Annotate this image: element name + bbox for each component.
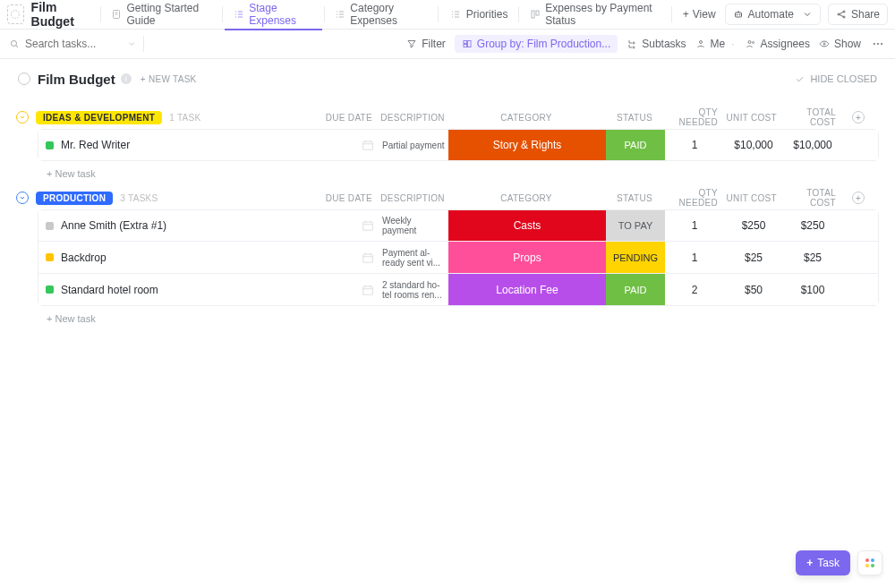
add-column-button[interactable]: + xyxy=(852,192,865,204)
svg-point-21 xyxy=(877,43,879,45)
new-task-row[interactable]: + New task xyxy=(16,161,879,179)
task-row[interactable]: Anne Smith (Extra #1)Weekly paymentCasts… xyxy=(38,209,879,242)
status-cell[interactable]: PENDING xyxy=(606,242,665,273)
toolbar: Filter Group by: Film Production... Subt… xyxy=(0,30,895,59)
col-qtyNeeded[interactable]: QTY NEEDED xyxy=(664,188,723,208)
task-cell[interactable]: Mr. Red Writer xyxy=(38,139,325,151)
calendar-icon[interactable] xyxy=(361,251,375,265)
due-date-cell[interactable] xyxy=(325,283,379,297)
task-cell[interactable]: Backdrop xyxy=(38,251,325,264)
total-cost-cell[interactable]: $25 xyxy=(783,251,842,264)
hide-closed-button[interactable]: HIDE CLOSED xyxy=(810,73,877,84)
status-square[interactable] xyxy=(46,222,54,230)
col-totalCost[interactable]: TOTAL COST xyxy=(782,107,841,127)
qty-cell[interactable]: 1 xyxy=(665,251,724,264)
new-task-fab[interactable]: + Task xyxy=(796,550,850,575)
col-unitCost[interactable]: UNIT COST xyxy=(723,193,782,203)
col-category[interactable]: CATEGORY xyxy=(448,113,605,123)
col-description[interactable]: DESCRIPTION xyxy=(378,193,448,203)
automate-button[interactable]: Automate xyxy=(725,4,821,25)
unit-cost-cell[interactable]: $10,000 xyxy=(724,139,783,151)
task-cell[interactable]: Standard hotel room xyxy=(38,284,325,296)
total-cost-cell[interactable]: $100 xyxy=(783,284,842,296)
groupby-button[interactable]: Group by: Film Production... xyxy=(455,35,618,53)
person-icon xyxy=(695,38,706,49)
col-qtyNeeded[interactable]: QTY NEEDED xyxy=(664,107,723,127)
group-badge[interactable]: PRODUCTION xyxy=(36,192,113,205)
qty-cell[interactable]: 2 xyxy=(665,284,724,296)
info-icon[interactable]: i xyxy=(121,73,132,84)
me-button[interactable]: Me · xyxy=(695,38,737,50)
tab-category-expenses[interactable]: Category Expenses xyxy=(326,0,436,30)
filter-button[interactable]: Filter xyxy=(406,38,446,50)
due-date-cell[interactable] xyxy=(325,218,379,233)
category-cell[interactable]: Props xyxy=(448,242,606,273)
collapse-toggle[interactable] xyxy=(16,111,29,124)
category-cell[interactable]: Story & Rights xyxy=(448,130,606,160)
add-column-button[interactable]: + xyxy=(852,111,865,124)
qty-cell[interactable]: 1 xyxy=(665,139,724,151)
status-cell[interactable]: PAID xyxy=(606,274,665,305)
due-date-cell[interactable] xyxy=(325,251,379,265)
unit-cost-cell[interactable]: $50 xyxy=(724,284,783,296)
description-cell[interactable]: Payment al­ready sent vi... xyxy=(379,248,448,268)
svg-point-0 xyxy=(12,11,20,19)
tab-payment-status[interactable]: Expenses by Payment Status xyxy=(521,0,669,30)
total-cost-cell[interactable]: $250 xyxy=(783,219,842,232)
status-circle-icon[interactable] xyxy=(18,72,30,85)
status-square[interactable] xyxy=(46,285,54,294)
collapse-toggle[interactable] xyxy=(16,192,29,204)
due-date-cell[interactable] xyxy=(325,138,379,152)
task-row[interactable]: Standard hotel room2 standard ho­tel roo… xyxy=(38,274,879,306)
group-badge[interactable]: IDEAS & DEVELOPMENT xyxy=(36,111,162,124)
unit-cost-cell[interactable]: $25 xyxy=(724,251,783,264)
chevron-down-icon[interactable] xyxy=(127,39,136,48)
svg-rect-13 xyxy=(467,41,471,47)
col-dueDate[interactable]: DUE DATE xyxy=(324,113,378,123)
more-button[interactable] xyxy=(870,38,886,50)
col-dueDate[interactable]: DUE DATE xyxy=(324,193,378,203)
subtasks-button[interactable]: Subtasks xyxy=(626,38,686,50)
col-status[interactable]: STATUS xyxy=(605,113,664,123)
show-button[interactable]: Show xyxy=(819,38,861,50)
svg-rect-23 xyxy=(363,141,373,149)
tab-getting-started[interactable]: Getting Started Guide xyxy=(102,0,220,30)
tab-priorities[interactable]: Priorities xyxy=(440,0,517,30)
task-row[interactable]: BackdropPayment al­ready sent vi...Props… xyxy=(38,242,879,274)
new-task-button[interactable]: + NEW TASK xyxy=(141,74,197,84)
add-view-button[interactable]: + View xyxy=(674,0,725,30)
tab-stage-expenses[interactable]: Stage Expenses xyxy=(225,0,321,30)
category-cell[interactable]: Casts xyxy=(448,210,606,241)
status-cell[interactable]: TO PAY xyxy=(606,210,665,241)
search-wrap[interactable] xyxy=(9,38,141,50)
new-task-row[interactable]: + New task xyxy=(16,306,879,324)
description-cell[interactable]: Partial payment xyxy=(379,141,448,150)
calendar-icon[interactable] xyxy=(361,138,375,152)
share-button[interactable]: Share xyxy=(828,4,888,25)
svg-point-20 xyxy=(874,43,875,45)
apps-fab[interactable] xyxy=(857,550,882,575)
unit-cost-cell[interactable]: $250 xyxy=(724,219,783,232)
qty-cell[interactable]: 1 xyxy=(665,219,724,232)
assignees-button[interactable]: Assignees xyxy=(746,38,810,50)
me-label: Me xyxy=(711,38,726,50)
col-category[interactable]: CATEGORY xyxy=(448,193,605,203)
description-cell[interactable]: Weekly payment xyxy=(379,216,448,235)
col-status[interactable]: STATUS xyxy=(605,193,664,203)
calendar-icon[interactable] xyxy=(361,218,375,233)
status-square[interactable] xyxy=(46,253,54,261)
col-unitCost[interactable]: UNIT COST xyxy=(723,113,782,123)
svg-point-6 xyxy=(739,14,740,15)
calendar-icon[interactable] xyxy=(361,283,375,297)
col-totalCost[interactable]: TOTAL COST xyxy=(782,188,841,208)
add-view-label: View xyxy=(693,8,716,21)
category-cell[interactable]: Location Fee xyxy=(448,274,606,305)
description-cell[interactable]: 2 standard ho­tel rooms ren... xyxy=(379,280,448,300)
search-input[interactable] xyxy=(25,38,106,50)
status-cell[interactable]: PAID xyxy=(606,130,665,160)
status-square[interactable] xyxy=(46,141,54,149)
col-description[interactable]: DESCRIPTION xyxy=(378,113,448,123)
task-cell[interactable]: Anne Smith (Extra #1) xyxy=(38,219,325,232)
total-cost-cell[interactable]: $10,000 xyxy=(783,139,842,151)
task-row[interactable]: Mr. Red WriterPartial paymentStory & Rig… xyxy=(38,129,879,161)
